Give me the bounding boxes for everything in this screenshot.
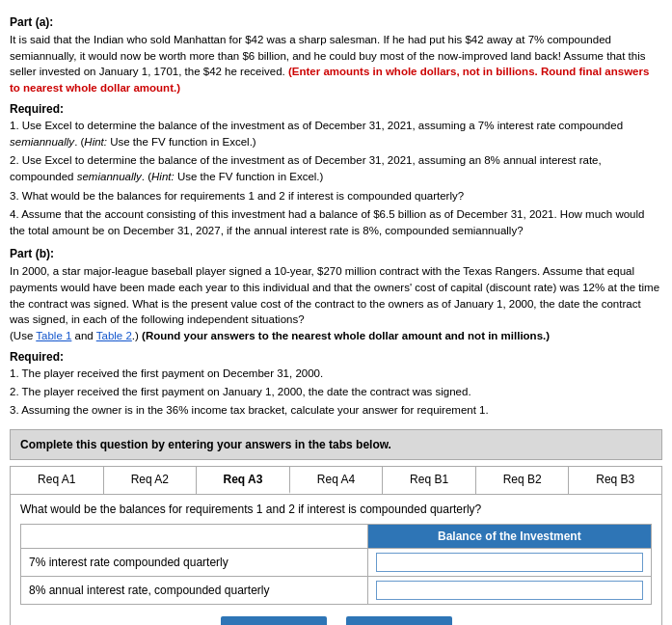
- table2-link[interactable]: Table 2: [96, 330, 132, 341]
- table-cell-input-2[interactable]: [367, 576, 651, 604]
- tab-content-area: What would be the balances for requireme…: [10, 494, 662, 625]
- table1-link[interactable]: Table 1: [36, 330, 71, 341]
- tab-req-a3[interactable]: Req A3: [197, 467, 290, 494]
- req-a3-item: 3. What would be the balances for requir…: [10, 188, 662, 204]
- tab-req-b1[interactable]: Req B1: [383, 467, 476, 494]
- req-a1-item: 1. Use Excel to determine the balance of…: [10, 118, 662, 151]
- part-b-heading: Part (b):: [10, 247, 662, 260]
- part-b-required-heading: Required:: [10, 350, 662, 364]
- table-col-balance: Balance of the Investment: [367, 524, 651, 548]
- balance-input-8pct[interactable]: [376, 581, 643, 600]
- tab-req-a1[interactable]: Req A1: [11, 467, 104, 494]
- req-b2-item: 2. The player received the first payment…: [10, 384, 662, 400]
- tab-req-a4[interactable]: Req A4: [290, 467, 384, 494]
- tab-req-b3[interactable]: Req B3: [569, 467, 661, 494]
- tab-req-b2[interactable]: Req B2: [476, 467, 570, 494]
- balance-input-7pct[interactable]: [376, 553, 643, 572]
- tabs-row: Req A1 Req A2 Req A3 Req A4 Req B1 Req B…: [10, 466, 662, 494]
- req-b1-item: 1. The player received the first payment…: [10, 366, 662, 382]
- table-col-label: [21, 524, 368, 548]
- part-b-text: In 2000, a star major-league baseball pl…: [10, 263, 662, 343]
- prev-button[interactable]: ‹ Req A2: [221, 616, 327, 625]
- table-cell-label-1: 7% interest rate compounded quarterly: [21, 548, 368, 576]
- tab-req-a2[interactable]: Req A2: [104, 467, 198, 494]
- table-row: 8% annual interest rate, compounded quar…: [21, 576, 652, 604]
- balance-table: Balance of the Investment 7% interest ra…: [20, 524, 652, 605]
- table-cell-input-1[interactable]: [367, 548, 651, 576]
- table-row: 7% interest rate compounded quarterly: [21, 548, 652, 576]
- table-cell-label-2: 8% annual interest rate, compounded quar…: [21, 576, 368, 604]
- req-a4-item: 4. Assume that the account consisting of…: [10, 206, 662, 240]
- part-b-required-list: 1. The player received the first payment…: [10, 366, 662, 420]
- part-a-required-list: 1. Use Excel to determine the balance of…: [10, 118, 662, 240]
- part-a-required-heading: Required:: [10, 102, 662, 116]
- next-button[interactable]: Req A4 ›: [346, 616, 452, 625]
- part-a-heading: Part (a):: [10, 15, 662, 29]
- req-a2-item: 2. Use Excel to determine the balance of…: [10, 152, 662, 186]
- req-b3-item: 3. Assuming the owner is in the 36% inco…: [10, 402, 662, 419]
- complete-question-box: Complete this question by entering your …: [10, 429, 662, 460]
- part-a-bold-red: (Enter amounts in whole dollars, not in …: [10, 66, 649, 94]
- tab-question: What would be the balances for requireme…: [20, 503, 652, 516]
- nav-buttons: ‹ Req A2 Req A4 ›: [20, 616, 652, 625]
- part-a-text: It is said that the Indian who sold Manh…: [10, 32, 662, 96]
